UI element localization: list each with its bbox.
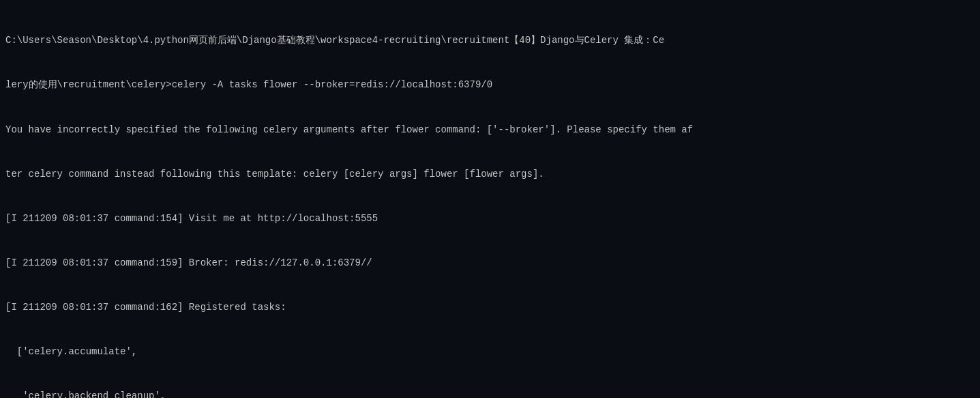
terminal-window: C:\Users\Season\Desktop\4.python网页前后端\Dj… (0, 0, 980, 398)
terminal-line-1: C:\Users\Season\Desktop\4.python网页前后端\Dj… (5, 33, 975, 48)
terminal-line-3: You have incorrectly specified the follo… (5, 123, 975, 138)
terminal-line-5: [I 211209 08:01:37 command:154] Visit me… (5, 212, 975, 227)
terminal-line-8: ['celery.accumulate', (5, 345, 975, 360)
terminal-line-6: [I 211209 08:01:37 command:159] Broker: … (5, 256, 975, 271)
terminal-line-9: 'celery.backend_cleanup', (5, 389, 975, 398)
terminal-line-2: lery的使用\recruitment\celery>celery -A tas… (5, 78, 975, 93)
terminal-line-7: [I 211209 08:01:37 command:162] Register… (5, 300, 975, 315)
terminal-line-4: ter celery command instead following thi… (5, 167, 975, 182)
